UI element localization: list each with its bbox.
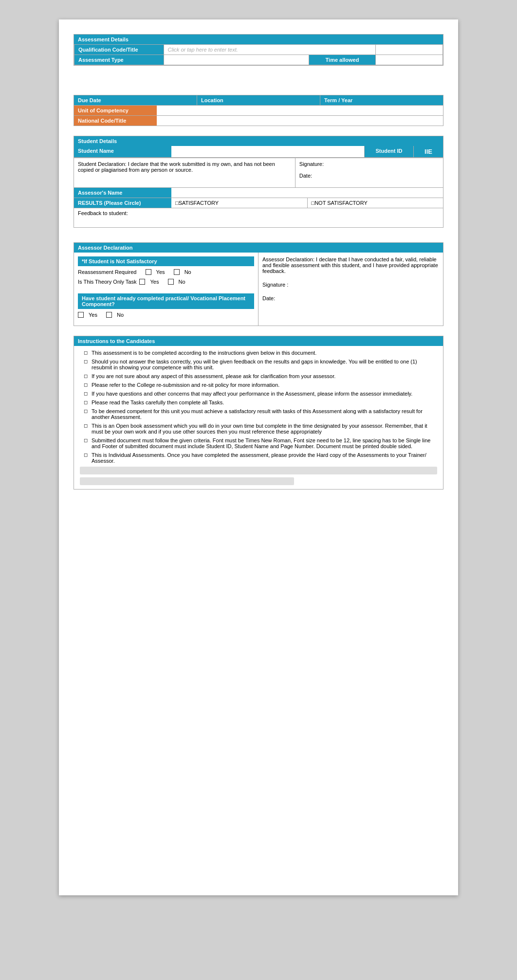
not-satisfactory-note: *If Student is Not Satisfactory [78, 256, 254, 266]
instructions-body: This assessment is to be completed accor… [74, 346, 443, 489]
student-block: Student Details Student Name Student ID … [74, 136, 443, 228]
instruction-item-5: If you have questions and other concerns… [84, 391, 437, 397]
student-name-row: Student Name Student ID IIE [74, 146, 443, 158]
blurred-row-2 [80, 477, 294, 485]
practical-row: Yes No [78, 312, 254, 318]
competency-label: Unit of Competency [74, 106, 157, 115]
date-line: Date: [299, 173, 439, 179]
national-value[interactable] [157, 116, 443, 126]
reassessment-label: Reassessment Required [78, 269, 136, 275]
qualification-row: Qualification Code/Title Click or tap he… [74, 45, 443, 55]
feedback-row: Feedback to student: [74, 208, 443, 227]
student-name-label: Student Name [74, 146, 171, 157]
assessment-details-header: Assessment Details [74, 35, 443, 44]
page: Assessment Details Qualification Code/Ti… [59, 19, 458, 895]
time-allowed-label: Time allowed [309, 55, 376, 65]
due-date-row: Due Date Location Term / Year [74, 95, 443, 106]
instructions-list: This assessment is to be completed accor… [80, 350, 437, 464]
term-label: Term / Year [320, 95, 443, 105]
competency-value[interactable] [157, 106, 443, 115]
date-label: Date: [299, 173, 312, 179]
assessor-decl-header: Assessor Declaration [74, 243, 443, 253]
student-details-header: Student Details [74, 136, 443, 146]
instruction-item-1: This assessment is to be completed accor… [84, 350, 437, 356]
sig-date-block: Signature: Date: [295, 158, 443, 187]
reassessment-row: Reassessment Required Yes No [78, 269, 254, 275]
theory-label: Is This Theory Only Task [78, 279, 136, 285]
instruction-item-3: If you are not sure about any aspect of … [84, 373, 437, 379]
assessor-decl-body: *If Student is Not Satisfactory Reassess… [74, 253, 443, 326]
theory-no-checkbox[interactable] [168, 279, 174, 285]
signature-label: Signature: [299, 161, 324, 167]
instruction-item-2: Should you not answer the tasks correctl… [84, 359, 437, 370]
instruction-item-4: Please refer to the College re-submissio… [84, 382, 437, 388]
time-allowed-value[interactable] [376, 55, 443, 65]
iie-label: IIE [414, 146, 443, 157]
student-declaration-text: Student Declaration: I declare that the … [74, 158, 295, 187]
theory-no-label: No [179, 279, 185, 285]
instructions-header: Instructions to the Candidates [74, 336, 443, 346]
assessment-type-value[interactable] [164, 55, 309, 65]
instruction-item-7: To be deemed competent for this unit you… [84, 408, 437, 420]
qualification-placeholder: Click or tap here to enter text. [168, 47, 238, 53]
theory-only-row: Is This Theory Only Task Yes No [78, 279, 254, 285]
assessor-declaration-text: Assessor Declaration: I declare that I h… [262, 256, 439, 274]
location-label: Location [197, 95, 320, 105]
assessor-name-value[interactable] [171, 188, 443, 198]
due-date-section: Due Date Location Term / Year Unit of Co… [74, 95, 443, 126]
competency-row: Unit of Competency [74, 106, 443, 116]
unit-block: Unit of Competency National Code/Title [74, 106, 443, 126]
assessor-decl-right: Assessor Declaration: I declare that I h… [258, 253, 443, 326]
reassessment-no-checkbox[interactable] [174, 269, 180, 275]
practical-no-checkbox[interactable] [106, 312, 112, 318]
assessment-details-block: Assessment Details Qualification Code/Ti… [74, 34, 443, 66]
assessor-name-label: Assessor's Name [74, 188, 171, 198]
assessment-type-label: Assessment Type [74, 55, 164, 65]
gap3 [74, 237, 443, 242]
national-code-row: National Code/Title [74, 116, 443, 126]
instruction-item-10: This is Individual Assessments. Once you… [84, 452, 437, 464]
assessor-signature-label: Signature : [262, 282, 439, 288]
assessor-date-label: Date: [262, 295, 439, 301]
not-satisfactory-option[interactable]: □NOT SATISFACTORY [308, 198, 443, 208]
signature-line: Signature: [299, 161, 439, 167]
theory-yes-checkbox[interactable] [139, 279, 145, 285]
assessor-name-row: Assessor's Name [74, 187, 443, 198]
gap1 [74, 75, 443, 85]
feedback-label: Feedback to student: [78, 210, 128, 216]
practical-yes-checkbox[interactable] [78, 312, 84, 318]
due-date-label: Due Date [74, 95, 197, 105]
reassessment-no-label: No [185, 269, 191, 275]
results-row: RESULTS (Please Circle) □SATISFACTORY □N… [74, 198, 443, 208]
assessment-info-table: Qualification Code/Title Click or tap he… [74, 44, 443, 65]
reassessment-yes-label: Yes [156, 269, 165, 275]
theory-yes-label: Yes [150, 279, 159, 285]
practical-yes-label: Yes [89, 312, 97, 318]
gap2 [74, 85, 443, 95]
instructions-block: Instructions to the Candidates This asse… [74, 336, 443, 490]
instruction-item-9: Submitted document must follow the given… [84, 437, 437, 449]
instruction-item-8: This is an Open book assessment which yo… [84, 423, 437, 435]
reassessment-yes-checkbox[interactable] [146, 269, 151, 275]
practical-no-label: No [117, 312, 124, 318]
practical-header: Have student already completed practical… [78, 293, 254, 309]
results-label: RESULTS (Please Circle) [74, 198, 171, 208]
declaration-row: Student Declaration: I declare that the … [74, 158, 443, 187]
student-id-label: Student ID [365, 146, 413, 157]
blurred-row-1 [80, 467, 437, 474]
instruction-item-6: Please read the Tasks carefully then com… [84, 399, 437, 405]
qualification-value[interactable]: Click or tap here to enter text. [164, 45, 376, 55]
assessor-decl-left: *If Student is Not Satisfactory Reassess… [74, 253, 258, 326]
student-name-value[interactable] [171, 146, 365, 157]
national-label: National Code/Title [74, 116, 157, 126]
satisfactory-option[interactable]: □SATISFACTORY [171, 198, 308, 208]
qualification-label: Qualification Code/Title [74, 45, 164, 55]
assessment-type-row: Assessment Type Time allowed [74, 55, 443, 65]
assessor-declaration-block: Assessor Declaration *If Student is Not … [74, 242, 443, 326]
